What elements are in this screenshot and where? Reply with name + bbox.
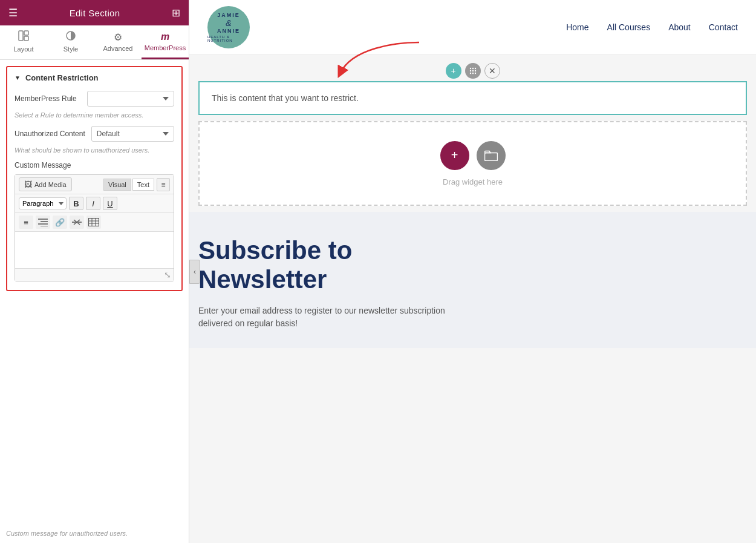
svg-rect-26	[484, 153, 497, 160]
add-widget-button[interactable]: +	[440, 141, 469, 170]
content-text-box: This is content that you want to restric…	[198, 81, 747, 115]
nav-about[interactable]: About	[668, 22, 691, 32]
svg-point-17	[469, 68, 471, 69]
svg-point-19	[474, 68, 475, 69]
unauthorized-content-row: Unauthorized Content Default	[7, 122, 181, 145]
left-panel: ☰ Edit Section ⊞ Layout Style	[0, 0, 189, 543]
svg-rect-12	[89, 219, 99, 226]
site-logo: JAMIE & ANNIE HEALTH & NUTRITION	[207, 6, 250, 48]
editor-extra-toolbar: ≡ 🔗	[15, 213, 174, 232]
tab-layout-label: Layout	[13, 45, 33, 53]
nav-all-courses[interactable]: All Courses	[607, 22, 651, 32]
text-tab[interactable]: Text	[132, 179, 154, 191]
newsletter-title-line1: Subscribe to	[198, 236, 352, 265]
panel-tabs: Layout Style ⚙ Advanced m MemberPress	[0, 25, 189, 60]
close-section-button[interactable]: ✕	[484, 63, 500, 79]
add-section-button[interactable]: +	[446, 63, 461, 79]
unauthorized-content-label: Unauthorized Content	[15, 130, 85, 138]
svg-point-23	[469, 73, 471, 74]
newsletter-title: Subscribe to Newsletter	[198, 236, 738, 295]
memberpress-rule-select[interactable]	[87, 91, 174, 107]
table-button[interactable]	[86, 216, 101, 229]
memberpress-rule-row: MemberPress Rule	[7, 87, 181, 110]
tab-advanced[interactable]: ⚙ Advanced	[94, 25, 142, 59]
newsletter-title-line2: Newsletter	[198, 265, 327, 294]
svg-point-24	[472, 73, 473, 74]
svg-point-25	[474, 73, 475, 74]
editor-resize[interactable]: ⤡	[15, 268, 174, 281]
restriction-title: Content Restriction	[25, 73, 99, 82]
memberpress-rule-label: MemberPress Rule	[15, 94, 81, 103]
tab-style[interactable]: Style	[47, 25, 94, 59]
add-media-button[interactable]: 🖼 Add Media	[19, 177, 72, 191]
nav-home[interactable]: Home	[566, 22, 588, 32]
tab-layout[interactable]: Layout	[0, 25, 47, 59]
svg-point-22	[474, 70, 475, 71]
layout-icon	[18, 30, 29, 44]
grid-icon[interactable]: ⊞	[172, 7, 180, 19]
widget-drop-zone: + Drag widget here	[198, 121, 747, 206]
editor-format-toolbar: Paragraph B I U	[15, 194, 174, 213]
toggle-icon[interactable]: ▼	[15, 74, 21, 81]
content-restriction-box: ▼ Content Restriction MemberPress Rule S…	[6, 66, 183, 291]
svg-point-20	[469, 70, 471, 71]
align-left-button[interactable]: ≡	[19, 216, 33, 229]
site-nav: JAMIE & ANNIE HEALTH & NUTRITION Home Al…	[189, 0, 756, 54]
collapse-panel-tab[interactable]: ‹	[189, 260, 200, 284]
content-toolbar: + ✕	[198, 61, 747, 81]
advanced-icon: ⚙	[114, 31, 122, 43]
svg-rect-1	[24, 31, 28, 35]
widget-icons: +	[440, 141, 506, 170]
align-right-button[interactable]	[36, 216, 50, 229]
panel-blank-area	[0, 297, 189, 312]
underline-button[interactable]: U	[103, 197, 117, 210]
visual-tab[interactable]: Visual	[103, 179, 131, 191]
editor-body[interactable]	[15, 232, 174, 268]
memberpress-icon: m	[161, 31, 169, 42]
panel-content: ▼ Content Restriction MemberPress Rule S…	[0, 60, 189, 526]
resize-handle-icon: ⤡	[164, 270, 171, 280]
tab-advanced-label: Advanced	[103, 45, 133, 52]
link-button[interactable]: 🔗	[53, 216, 67, 229]
panel-title: Edit Section	[70, 8, 120, 18]
drag-widget-label: Drag widget here	[443, 177, 503, 186]
nav-contact[interactable]: Contact	[709, 22, 738, 32]
right-panel: JAMIE & ANNIE HEALTH & NUTRITION Home Al…	[189, 0, 756, 543]
move-section-button[interactable]	[465, 63, 481, 79]
custom-message-label: Custom Message	[7, 157, 181, 172]
memberpress-rule-hint: Select a Rule to determine member access…	[7, 110, 181, 122]
content-section: + ✕ This is content that you want to res…	[198, 61, 747, 115]
widget-folder-button[interactable]	[477, 141, 506, 170]
editor-view-tabs: Visual Text	[103, 179, 154, 191]
newsletter-subtitle: Enter your email address to register to …	[198, 304, 471, 330]
panel-header: ☰ Edit Section ⊞	[0, 0, 189, 25]
style-icon	[65, 30, 76, 44]
panel-footer-hint: Custom message for unauthorized users.	[0, 526, 189, 543]
add-media-label: Add Media	[34, 181, 67, 188]
add-media-icon: 🖼	[24, 180, 32, 189]
hamburger-icon[interactable]: ☰	[8, 7, 18, 19]
editor-top-toolbar: 🖼 Add Media Visual Text ≡	[15, 175, 174, 194]
svg-point-21	[472, 70, 473, 71]
unauthorized-hint: What should be shown to unauthorized use…	[7, 145, 181, 157]
italic-button[interactable]: I	[86, 197, 100, 210]
tab-style-label: Style	[64, 45, 78, 53]
logo-circle: JAMIE & ANNIE HEALTH & NUTRITION	[207, 6, 250, 48]
logo-name-right: ANNIE	[217, 28, 240, 34]
svg-rect-0	[19, 31, 23, 41]
logo-name-left: JAMIE	[217, 12, 240, 18]
special-chars-button[interactable]	[70, 216, 84, 229]
custom-message-editor: 🖼 Add Media Visual Text ≡ Paragraph B I	[15, 174, 174, 281]
svg-point-18	[472, 68, 473, 69]
svg-rect-2	[24, 36, 28, 41]
logo-ampersand: &	[226, 18, 231, 28]
tab-memberpress[interactable]: m MemberPress	[142, 25, 189, 59]
unauthorized-content-select[interactable]: Default	[91, 126, 174, 142]
site-nav-links: Home All Courses About Contact	[566, 22, 738, 32]
tab-memberpress-label: MemberPress	[145, 44, 186, 51]
logo-sub: HEALTH & NUTRITION	[207, 35, 250, 42]
restriction-header: ▼ Content Restriction	[7, 67, 181, 87]
bold-button[interactable]: B	[69, 197, 83, 210]
kitchen-sink-button[interactable]: ≡	[157, 178, 170, 191]
format-select[interactable]: Paragraph	[19, 197, 67, 209]
